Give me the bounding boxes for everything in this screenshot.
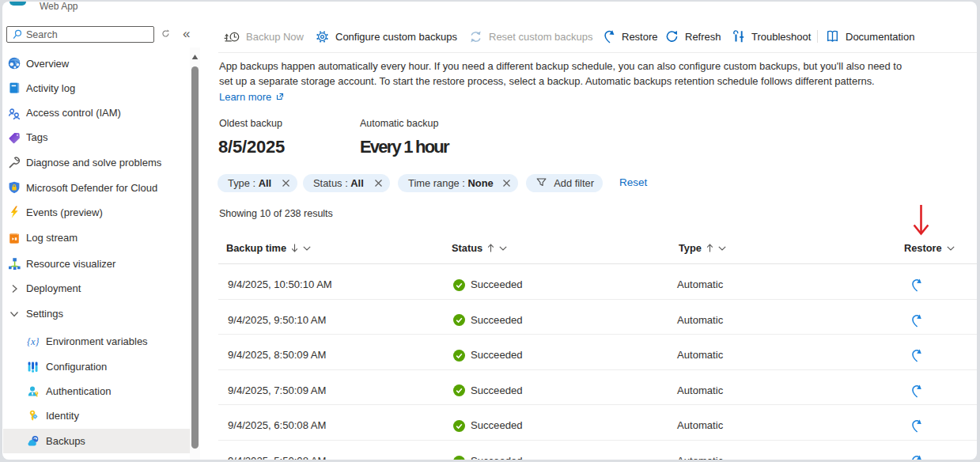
svg-text:{x}: {x} [27, 335, 39, 346]
